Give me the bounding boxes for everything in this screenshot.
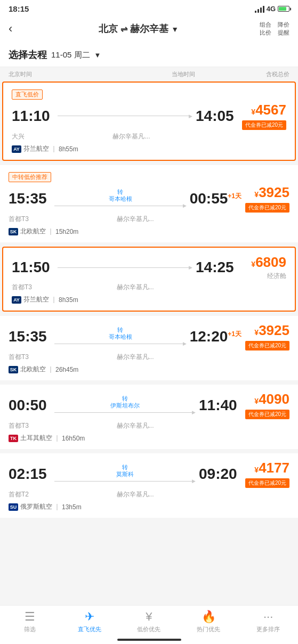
transfer-text1: 转 bbox=[122, 395, 128, 402]
flight-duration: 16h50m bbox=[62, 435, 85, 442]
popular-icon: 🔥 bbox=[202, 610, 216, 624]
flight-times: 15:35 转 哥本哈根 ▶ 12:20+1天 bbox=[9, 327, 241, 346]
price-alert-button[interactable]: 降价 提醒 bbox=[278, 21, 289, 37]
flight-badge: 直飞低价 bbox=[12, 89, 43, 100]
origin-label: 首都T3 bbox=[9, 353, 29, 362]
flight-card[interactable]: 00:50 转 伊斯坦布尔 ▶ 11:40 ¥4090 bbox=[0, 385, 298, 449]
route-arrow: ⇌ bbox=[120, 25, 127, 34]
currency-symbol: ¥ bbox=[254, 190, 259, 199]
flight-duration: 26h45m bbox=[55, 366, 78, 373]
nav-direct-label: 直飞优先 bbox=[78, 625, 101, 633]
status-time: 18:15 bbox=[9, 4, 29, 13]
coupon-badge: 代金券已减20元 bbox=[245, 478, 289, 488]
currency-symbol: ¥ bbox=[254, 328, 259, 337]
flight-card[interactable]: 直飞低价 11:10 ▶ 14:05 ¥4567 代金券已减20 bbox=[2, 81, 296, 161]
divider bbox=[57, 435, 58, 442]
trip-label: 选择去程 bbox=[9, 48, 47, 61]
depart-time: 15:35 bbox=[9, 328, 51, 345]
price-block: ¥4177 代金券已减20元 bbox=[241, 460, 289, 488]
flight-sub-row: 首都T3 赫尔辛基凡... bbox=[9, 353, 289, 362]
price-value: 3925 bbox=[259, 322, 289, 338]
more-icon: ··· bbox=[263, 610, 273, 624]
arrowhead-icon: ▶ bbox=[192, 410, 196, 415]
price-display: ¥4177 bbox=[241, 460, 289, 476]
flight-card[interactable]: 02:15 转 莫斯科 ▶ 09:20 ¥4177 bbox=[0, 453, 298, 518]
dest-label: 赫尔辛基凡... bbox=[29, 490, 241, 499]
airline-info: AY 芬兰航空 8h55m bbox=[12, 144, 286, 153]
price-display: ¥6809 bbox=[238, 254, 286, 271]
arrive-time: 14:25 bbox=[196, 259, 238, 276]
nav-direct[interactable]: ✈ 直飞优先 bbox=[74, 610, 106, 633]
airline-logo: SU bbox=[9, 503, 18, 511]
flight-duration: 8h35m bbox=[59, 296, 78, 304]
airline-name: 芬兰航空 bbox=[23, 295, 49, 304]
origin-label: 首都T3 bbox=[12, 283, 32, 292]
arrive-time: 11:40 bbox=[199, 397, 241, 414]
header: ‹ 北京 ⇌ 赫尔辛基 ▼ 组合 比价 降价 提醒 bbox=[0, 15, 298, 42]
dest-label: 赫尔辛基凡... bbox=[25, 132, 238, 141]
date-selector[interactable]: 选择去程 11-05 周二 ▼ bbox=[0, 42, 298, 67]
transfer-text1: 转 bbox=[122, 464, 128, 471]
currency-symbol: ¥ bbox=[254, 466, 259, 474]
route-middle: 转 哥本哈根 ▶ bbox=[51, 189, 190, 208]
flight-card[interactable]: 15:35 转 哥本哈根 ▶ 12:20+1天 ¥3925 bbox=[0, 316, 298, 380]
arrow-line-container: ▶ bbox=[58, 113, 192, 119]
coupon-badge: 代金券已减20元 bbox=[245, 203, 289, 213]
airline-logo: AY bbox=[12, 145, 21, 153]
airline-info: SK 北欧航空 15h20m bbox=[9, 227, 289, 236]
flight-times: 02:15 转 莫斯科 ▶ 09:20 bbox=[9, 464, 241, 484]
nav-cheapest[interactable]: ¥ 低价优先 bbox=[133, 610, 165, 633]
transfer-text1: 转 bbox=[117, 327, 123, 333]
combine-line1: 组合 bbox=[260, 21, 271, 29]
nav-popular[interactable]: 🔥 热门优先 bbox=[192, 610, 224, 633]
depart-time: 00:50 bbox=[9, 397, 51, 414]
flight-times: 11:50 ▶ 14:25 bbox=[12, 259, 238, 276]
price-block: ¥3925 代金券已减20元 bbox=[241, 184, 289, 213]
arrow-line-container: ▶ bbox=[54, 410, 196, 415]
airline-logo: SK bbox=[9, 366, 18, 373]
arrowhead-icon: ▶ bbox=[183, 203, 187, 208]
badge-row: 中转低价推荐 bbox=[9, 172, 289, 182]
cheapest-icon: ¥ bbox=[146, 610, 152, 624]
dest-label: 赫尔辛基凡... bbox=[29, 215, 241, 224]
origin-label: 首都T3 bbox=[9, 421, 29, 430]
arrive-time: 12:20+1天 bbox=[190, 328, 241, 345]
arrow-line-container: ▶ bbox=[54, 341, 187, 346]
arrow-line-container: ▶ bbox=[54, 203, 187, 208]
back-button[interactable]: ‹ bbox=[9, 22, 18, 36]
price-value: 4090 bbox=[259, 391, 289, 407]
nav-cheapest-label: 低价优先 bbox=[137, 625, 160, 633]
origin-city: 北京 bbox=[99, 23, 118, 34]
coupon-badge: 代金券已减20元 bbox=[242, 120, 286, 130]
flight-card[interactable]: 11:50 ▶ 14:25 ¥6809 经济舱 首都T3 bbox=[2, 247, 296, 312]
airline-name: 北欧航空 bbox=[20, 227, 46, 236]
col-local-time: 当地时间 bbox=[125, 70, 242, 78]
nav-more[interactable]: ··· 更多排序 bbox=[252, 610, 284, 633]
nav-filter[interactable]: ☰ 筛选 bbox=[14, 610, 46, 633]
price-block: ¥3925 代金券已减20元 bbox=[241, 322, 289, 350]
airline-logo: TK bbox=[9, 435, 18, 442]
dest-label: 赫尔辛基凡... bbox=[32, 283, 238, 292]
dest-label: 赫尔辛基凡... bbox=[29, 421, 241, 430]
dest-label: 赫尔辛基凡... bbox=[29, 353, 241, 362]
origin-label: 大兴 bbox=[12, 132, 25, 141]
arrow-line-container: ▶ bbox=[54, 478, 196, 484]
route-middle: 转 伊斯坦布尔 ▶ bbox=[51, 395, 199, 415]
depart-time: 02:15 bbox=[9, 466, 51, 483]
route-dropdown[interactable]: ▼ bbox=[171, 25, 179, 34]
cabin-label: 经济舱 bbox=[238, 272, 286, 281]
date-caret: ▼ bbox=[94, 51, 101, 59]
currency-symbol: ¥ bbox=[251, 108, 255, 116]
badge-row: 直飞低价 bbox=[12, 89, 286, 100]
flight-main-row: 15:35 转 哥本哈根 ▶ 00:55+1天 ¥3925 bbox=[9, 184, 289, 213]
airline-name: 土耳其航空 bbox=[20, 434, 52, 443]
divider bbox=[50, 229, 51, 235]
origin-label: 首都T2 bbox=[9, 490, 29, 499]
depart-time: 15:35 bbox=[9, 190, 51, 207]
arrive-time: 00:55+1天 bbox=[190, 190, 241, 207]
coupon-badge: 代金券已减20元 bbox=[245, 341, 289, 350]
arrive-time: 09:20 bbox=[199, 466, 241, 483]
flight-card[interactable]: 中转低价推荐 15:35 转 哥本哈根 ▶ 00:55+1天 bbox=[0, 165, 298, 242]
combine-price-button[interactable]: 组合 比价 bbox=[260, 21, 271, 37]
battery-icon bbox=[278, 6, 289, 12]
